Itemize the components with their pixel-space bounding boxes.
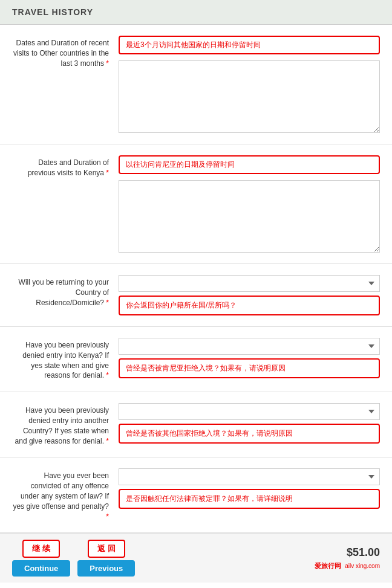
previous-zh-button[interactable]: 返 回 (88, 540, 125, 558)
label-denied-kenya: Have you been previously denied entry in… (12, 338, 109, 381)
select-denied-other[interactable] (119, 403, 380, 420)
control-returning-country: 你会返回你的户籍所在国/居所吗？ (119, 275, 380, 315)
section-kenya-visits: Dates and Duration of previous visits to… (0, 144, 392, 264)
watermark: 爱旅行网 ailv xing.com (315, 561, 380, 570)
select-returning-country[interactable] (119, 275, 380, 292)
watermark-url: ailv xing.com (345, 563, 380, 569)
control-denied-kenya: 曾经是否被肯尼亚拒绝入境？如果有，请说明原因 (119, 338, 380, 378)
hint-denied-kenya: 曾经是否被肯尼亚拒绝入境？如果有，请说明原因 (119, 358, 380, 378)
previous-button-wrapper: 返 回 Previous (77, 540, 135, 577)
section-denied-kenya: Have you been previously denied entry in… (0, 327, 392, 392)
label-kenya-visits: Dates and Duration of previous visits to… (12, 155, 109, 178)
label-returning-country: Will you be returning to your Country of… (12, 275, 109, 308)
previous-en-button[interactable]: Previous (77, 560, 135, 577)
hint-denied-other: 曾经是否被其他国家拒绝入境？如果有，请说明原因 (119, 424, 380, 444)
section-recent-visits: Dates and Duration of recent visits to O… (0, 25, 392, 144)
select-convicted[interactable] (119, 468, 380, 485)
page-footer: 继 续 Continue 返 回 Previous $51.00 爱旅行网 ai… (0, 533, 392, 583)
travel-history-header: TRAVEL HISTORY (0, 0, 392, 25)
price-display: $51.00 (347, 546, 380, 559)
continue-button-wrapper: 继 续 Continue (12, 540, 70, 577)
label-convicted: Have you ever been convicted of any offe… (12, 468, 109, 522)
label-denied-other: Have you been previously denied entry in… (12, 403, 109, 446)
label-recent-visits: Dates and Duration of recent visits to O… (12, 36, 109, 68)
footer-buttons: 继 续 Continue 返 回 Previous (12, 540, 135, 577)
textarea-kenya-visits[interactable] (119, 180, 380, 253)
page-title: TRAVEL HISTORY (12, 7, 380, 17)
hint-recent-visits: 最近3个月访问其他国家的日期和停留时间 (119, 36, 380, 54)
section-returning-country: Will you be returning to your Country of… (0, 264, 392, 327)
hint-convicted: 是否因触犯任何法律而被定罪？如果有，请详细说明 (119, 489, 380, 509)
textarea-recent-visits[interactable] (119, 60, 380, 133)
continue-en-button[interactable]: Continue (12, 560, 70, 577)
control-recent-visits: 最近3个月访问其他国家的日期和停留时间 (119, 36, 380, 133)
control-kenya-visits: 以往访问肯尼亚的日期及停留时间 (119, 155, 380, 253)
select-denied-kenya[interactable] (119, 338, 380, 355)
watermark-text: 爱旅行网 (315, 561, 341, 570)
hint-returning-country: 你会返回你的户籍所在国/居所吗？ (119, 296, 380, 315)
control-denied-other: 曾经是否被其他国家拒绝入境？如果有，请说明原因 (119, 403, 380, 444)
hint-kenya-visits: 以往访问肯尼亚的日期及停留时间 (119, 155, 380, 174)
section-denied-other: Have you been previously denied entry in… (0, 392, 392, 457)
section-convicted: Have you ever been convicted of any offe… (0, 457, 392, 533)
continue-zh-button[interactable]: 继 续 (22, 540, 60, 558)
control-convicted: 是否因触犯任何法律而被定罪？如果有，请详细说明 (119, 468, 380, 509)
